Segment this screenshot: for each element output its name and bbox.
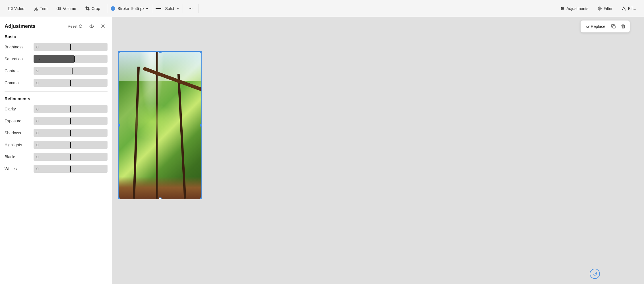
clarity-slider[interactable]: 0	[34, 105, 108, 113]
exposure-label: Exposure	[5, 119, 30, 123]
filter-label: Filter	[604, 6, 612, 11]
video-label: Video	[14, 6, 24, 11]
saturation-row: Saturation 57	[5, 55, 108, 63]
toolbar-divider-2	[152, 4, 152, 13]
highlights-row: Highlights 0	[5, 141, 108, 149]
volume-button[interactable]: Volume	[53, 5, 80, 13]
adjustments-label: Adjustments	[566, 6, 588, 11]
toolbar-divider-4	[199, 4, 199, 13]
effects-icon	[622, 6, 626, 11]
more-options-button[interactable]: ···	[186, 4, 195, 13]
stroke-indicator	[111, 6, 115, 11]
whites-slider[interactable]: 0	[34, 165, 108, 173]
close-button[interactable]	[98, 23, 108, 30]
duplicate-icon	[611, 24, 616, 29]
canvas-area: Replace	[112, 17, 644, 284]
shadows-label: Shadows	[5, 131, 30, 135]
exposure-slider[interactable]: 0	[34, 117, 108, 125]
contrast-thumb	[72, 68, 73, 74]
adjustments-panel: Adjustments Reset	[0, 17, 112, 284]
contrast-row: Contrast 9	[5, 67, 108, 75]
filter-button[interactable]: Filter	[594, 5, 616, 13]
panel-title: Adjustments	[5, 23, 36, 29]
stroke-value: 9.45 px	[131, 6, 145, 11]
volume-icon	[57, 6, 61, 11]
svg-point-1	[34, 9, 35, 10]
video-button[interactable]: Video	[5, 5, 28, 13]
shadows-slider[interactable]: 0	[34, 129, 108, 137]
replace-button[interactable]: Replace	[583, 23, 608, 30]
saturation-label: Saturation	[5, 57, 30, 61]
highlights-label: Highlights	[5, 143, 30, 147]
delete-icon	[621, 24, 626, 29]
solid-label: Solid	[165, 6, 174, 11]
clarity-label: Clarity	[5, 107, 30, 111]
effects-button[interactable]: Eff...	[618, 5, 639, 13]
effects-label: Eff...	[628, 6, 636, 11]
reset-icon	[79, 24, 82, 28]
reset-button[interactable]: Reset	[65, 23, 85, 30]
contrast-slider[interactable]: 9	[34, 67, 108, 75]
crop-button[interactable]: Crop	[82, 5, 104, 13]
trim-button[interactable]: Trim	[30, 5, 51, 13]
blacks-slider[interactable]: 0	[34, 153, 108, 161]
handle-top-right[interactable]	[200, 51, 202, 53]
handle-top-left[interactable]	[118, 51, 120, 53]
replace-icon	[586, 24, 590, 28]
handle-middle-left[interactable]	[118, 124, 120, 127]
image-content	[119, 52, 201, 199]
reset-label: Reset	[68, 24, 77, 28]
exposure-row: Exposure 0	[5, 117, 108, 125]
solid-dropdown-icon	[176, 7, 179, 10]
clarity-row: Clarity 0	[5, 105, 108, 113]
svg-point-8	[562, 9, 562, 10]
solid-line-icon	[156, 8, 161, 9]
svg-point-10	[91, 26, 92, 27]
volume-label: Volume	[63, 6, 76, 11]
brightness-thumb	[70, 44, 71, 50]
handle-bottom-right[interactable]	[200, 197, 202, 199]
blacks-row: Blacks 0	[5, 153, 108, 161]
handle-top-middle[interactable]	[159, 51, 162, 53]
svg-point-7	[563, 8, 564, 9]
brightness-slider[interactable]: 0	[34, 43, 108, 51]
selected-image[interactable]	[118, 51, 202, 199]
whites-label: Whites	[5, 166, 30, 171]
adjustments-button[interactable]: Adjustments	[557, 5, 592, 13]
replace-label: Replace	[591, 24, 605, 29]
refresh-icon	[593, 271, 597, 276]
svg-point-6	[561, 7, 562, 8]
blacks-label: Blacks	[5, 155, 30, 159]
delete-button[interactable]	[619, 22, 628, 31]
highlights-slider[interactable]: 0	[34, 141, 108, 149]
panel-header: Adjustments Reset	[5, 23, 108, 30]
more-label: ···	[189, 5, 193, 11]
refresh-button[interactable]	[590, 269, 600, 279]
trim-label: Trim	[40, 6, 48, 11]
refinements-section-title: Refinements	[5, 96, 108, 101]
filter-icon	[597, 6, 602, 11]
contrast-label: Contrast	[5, 69, 30, 73]
toolbar-divider-3	[183, 4, 183, 13]
toolbar-divider-1	[107, 4, 107, 13]
crop-label: Crop	[92, 6, 100, 11]
clarity-thumb	[70, 106, 71, 112]
saturation-slider[interactable]: 57	[34, 55, 108, 63]
gamma-thumb	[70, 80, 71, 86]
handle-middle-right[interactable]	[200, 124, 202, 127]
whites-row: Whites 0	[5, 165, 108, 173]
svg-point-2	[36, 9, 38, 10]
svg-rect-0	[8, 7, 11, 10]
highlights-thumb	[70, 142, 71, 148]
duplicate-button[interactable]	[609, 22, 618, 31]
refinements-section: Refinements Clarity 0 Exposure 0	[5, 96, 108, 173]
handle-bottom-middle[interactable]	[159, 197, 162, 199]
stroke-label: Stroke	[117, 6, 129, 11]
crop-icon	[85, 6, 90, 11]
gamma-slider[interactable]: 0	[34, 79, 108, 87]
main-content: Adjustments Reset	[0, 17, 644, 284]
handle-bottom-left[interactable]	[118, 197, 120, 199]
stroke-value-container: 9.45 px	[131, 6, 148, 11]
visibility-button[interactable]	[87, 23, 96, 30]
basic-section: Basic Brightness 0 Saturation 57	[5, 34, 108, 87]
